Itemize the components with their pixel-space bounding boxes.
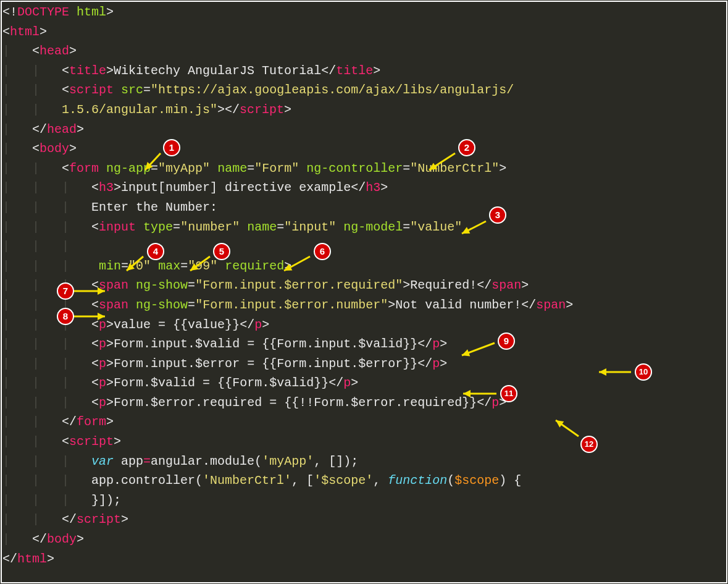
code-token: p: [99, 376, 106, 390]
code-token: <: [91, 337, 99, 351]
code-token: >: [499, 161, 506, 176]
code-token: [69, 5, 77, 19]
code-token: >: [262, 318, 269, 332]
code-token: </: [32, 122, 47, 137]
code-token: name: [217, 161, 247, 176]
code-token: "NumberCtrl": [410, 161, 499, 176]
code-token: >: [521, 278, 529, 292]
code-token: >: [69, 142, 77, 156]
code-token: >: [440, 357, 447, 371]
code-token: >: [114, 180, 121, 195]
code-token: Form.$error.required = {{!!Form.$error.r…: [114, 396, 477, 410]
code-token: >: [106, 376, 114, 390]
code-token: Form.$valid = {{Form.$valid}}: [114, 376, 328, 390]
code-token: input[number] directive example: [121, 180, 351, 195]
code-token: p: [99, 337, 106, 351]
code-token: >: [114, 434, 121, 449]
code-token: "Form.input.$error.required": [195, 278, 403, 292]
code-line: | <head>: [2, 41, 726, 61]
code-token: >: [388, 298, 395, 312]
code-token: <: [91, 180, 99, 195]
code-line: <html>: [2, 22, 726, 42]
annotation-badge-1: 1: [163, 139, 180, 156]
code-token: </: [321, 64, 336, 78]
code-token: function: [388, 473, 447, 488]
code-token: , [: [291, 473, 314, 488]
code-token: >: [40, 25, 47, 39]
code-token: [128, 278, 136, 292]
code-token: </: [240, 318, 254, 332]
code-token: Form.input.$valid = {{Form.input.$valid}…: [114, 337, 417, 351]
code-token: <: [91, 318, 99, 332]
code-token: <: [62, 434, 69, 449]
code-token: , []);: [314, 454, 358, 468]
code-token: Not valid number!: [395, 298, 521, 312]
annotation-badge-9: 9: [498, 332, 515, 350]
code-token: >: [380, 180, 388, 195]
code-token: <: [91, 376, 99, 390]
code-token: p: [492, 396, 499, 410]
code-token: "Form.input.$error.number": [195, 298, 388, 312]
code-token: h3: [366, 180, 380, 195]
code-line: | | | Enter the Number:: [2, 198, 726, 218]
code-token: ,: [373, 473, 388, 488]
code-token: html: [10, 25, 40, 39]
code-token: Required!: [410, 278, 477, 292]
code-token: head: [40, 44, 69, 58]
code-token: <: [32, 44, 40, 58]
code-token: [151, 259, 158, 273]
code-token: [128, 298, 136, 312]
code-line: | | 1.5.6/angular.min.js"></script>: [2, 100, 726, 120]
code-token: ng-controller: [306, 161, 403, 176]
code-token: p: [99, 396, 106, 410]
code-token: >: [106, 337, 114, 351]
code-token: [299, 161, 306, 176]
code-token: p: [432, 357, 440, 371]
code-token: [136, 220, 143, 234]
code-block: <!DOCTYPE html><html>| <head>| | <title>…: [2, 2, 726, 569]
code-token: script: [69, 434, 114, 449]
code-token: >: [373, 64, 380, 78]
code-token: ></: [217, 103, 240, 117]
code-line: | </head>: [2, 120, 726, 140]
code-token: >: [106, 396, 114, 410]
code-token: 1.5.6/angular.min.js": [62, 103, 217, 117]
code-token: >: [284, 259, 291, 273]
code-token: max: [158, 259, 180, 273]
code-token: >: [77, 532, 84, 546]
code-line: | | <script>: [2, 432, 726, 452]
code-token: =: [173, 220, 180, 234]
code-token: src: [121, 83, 143, 97]
code-token: p: [99, 318, 106, 332]
code-token: angular.module(: [151, 454, 262, 468]
code-token: [114, 83, 121, 97]
code-line: | | | <input type="number" name="input" …: [2, 218, 726, 237]
code-token: =: [121, 259, 128, 273]
code-token: <: [91, 298, 99, 312]
code-token: '$scope': [314, 473, 373, 488]
code-token: [336, 220, 343, 234]
code-token: </: [2, 552, 17, 566]
code-token: [240, 220, 247, 234]
code-token: =: [188, 298, 195, 312]
code-token: >: [351, 376, 358, 390]
code-token: ng-show: [136, 298, 188, 312]
code-line: | </body>: [2, 530, 726, 549]
code-token: ng-app: [106, 161, 151, 176]
code-token: var: [91, 454, 114, 468]
code-token: ) {: [499, 473, 521, 488]
code-token: 'NumberCtrl': [203, 473, 291, 488]
code-token: =: [277, 220, 284, 234]
code-line: | | | }]);: [2, 491, 726, 510]
code-token: "number": [180, 220, 240, 234]
code-token: head: [47, 122, 77, 137]
code-token: (: [447, 473, 454, 488]
code-token: >: [47, 552, 54, 566]
code-token: form: [69, 161, 99, 176]
code-token: </: [477, 396, 492, 410]
code-token: required: [225, 259, 284, 273]
code-token: body: [40, 142, 69, 156]
code-token: "value": [410, 220, 462, 234]
code-line: | | <script src="https://ajax.googleapis…: [2, 80, 726, 100]
code-token: form: [77, 415, 106, 429]
